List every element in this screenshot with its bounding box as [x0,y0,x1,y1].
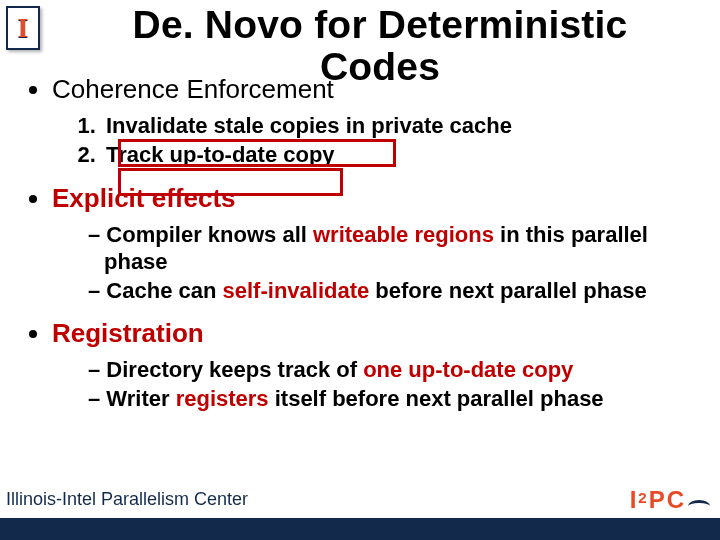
effects-2-post: before next parallel phase [369,278,647,303]
i2pc-2: 2 [638,489,646,506]
footer-bar [0,518,720,540]
reg-2-pre: Writer [106,386,175,411]
i2pc-i: I [630,486,637,514]
illinois-i-glyph: I [18,14,29,42]
reg-1-pre: Directory keeps track of [106,357,363,382]
i2pc-p: P [649,486,665,514]
logo-illinois: I [6,6,40,50]
bullet-coherence: Coherence Enforcement Invalidate stale c… [52,74,692,169]
bullet-list: Coherence Enforcement Invalidate stale c… [52,74,692,412]
coherence-numlist: Invalidate stale copies in private cache… [102,111,692,169]
i2pc-c: C [667,486,684,514]
logo-i2pc: I2PC [630,486,710,514]
effects-1-pre: Compiler knows all [106,222,313,247]
bullet-registration: Registration Directory keeps track of on… [52,318,692,412]
coherence-item-1: Invalidate stale copies in private cache [102,111,692,140]
registration-dashlist: Directory keeps track of one up-to-date … [88,356,692,413]
effects-2-em: self-invalidate [223,278,370,303]
effects-head: Explicit effects [52,183,236,213]
swoosh-icon [688,500,710,512]
registration-item-1: Directory keeps track of one up-to-date … [88,356,692,383]
bullet-effects: Explicit effects Compiler knows all writ… [52,183,692,304]
effects-item-2: Cache can self-invalidate before next pa… [88,277,692,304]
footer-text: Illinois-Intel Parallelism Center [6,489,248,510]
coherence-head: Coherence Enforcement [52,74,334,104]
registration-item-2: Writer registers itself before next para… [88,385,692,412]
coherence-item-2: Track up-to-date copy [102,140,692,169]
reg-2-post: itself before next parallel phase [269,386,604,411]
effects-dashlist: Compiler knows all writeable regions in … [88,221,692,305]
effects-item-1: Compiler knows all writeable regions in … [88,221,692,276]
registration-head: Registration [52,318,204,348]
slide: I De. Novo for Deterministic Codes Coher… [0,0,720,540]
reg-2-em: registers [176,386,269,411]
reg-1-em: one up-to-date copy [363,357,573,382]
effects-2-pre: Cache can [106,278,222,303]
effects-1-em: writeable regions [313,222,494,247]
